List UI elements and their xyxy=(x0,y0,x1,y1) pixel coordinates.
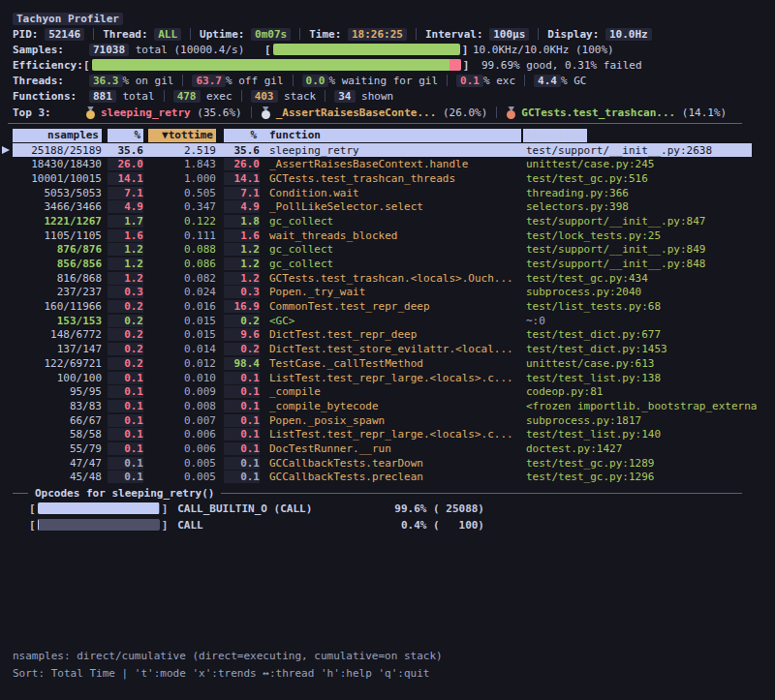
top-function-share: (35.6%) xyxy=(191,107,242,119)
cell-file-line: threading.py:366 xyxy=(523,187,752,199)
cell-direct-pct: 1.2 xyxy=(108,243,143,256)
cell-nsamples: 5053/5053 xyxy=(13,187,102,199)
table-row[interactable]: 1105/11051.60.1111.6wait_threads_blocked… xyxy=(13,228,752,243)
cell-file-line: ~:0 xyxy=(523,315,752,327)
cell-file-line: test/test_list.py:140 xyxy=(523,428,752,441)
cell-file-line: test/test_dict.py:677 xyxy=(523,328,752,341)
column-header-function[interactable]: function xyxy=(260,129,521,142)
cell-cumulative-pct: 0.1 xyxy=(224,442,260,455)
table-row[interactable]: 18430/1843026.01.84326.0_AssertRaisesBas… xyxy=(13,157,752,171)
cell-cumulative-pct: 7.1 xyxy=(224,187,260,199)
cell-function-name: Condition.wait xyxy=(260,187,523,199)
cell-direct-pct: 0.1 xyxy=(108,372,143,384)
cell-nsamples: 25188/25189 xyxy=(13,144,102,157)
table-row[interactable]: 148/67720.20.0159.6DictTest.test_repr_de… xyxy=(13,328,752,343)
samples-rate-text: 10.0KHz/10.0KHz (100%) xyxy=(473,44,614,56)
cell-file-line: <frozen importlib._bootstrap_externa xyxy=(523,400,757,412)
time-value: 18:26:25 xyxy=(348,28,407,41)
top-function-name[interactable]: _AssertRaisesBaseConte... xyxy=(276,107,437,119)
cell-cumulative-pct: 0.1 xyxy=(224,471,260,483)
footer-help-line: nsamples: direct/cumulative (direct=exec… xyxy=(13,648,443,663)
table-row[interactable]: 58/580.10.0060.1ListTest.test_repr_large… xyxy=(13,427,752,441)
cell-cumulative-pct: 4.9 xyxy=(224,200,260,213)
cell-nsamples: 100/100 xyxy=(13,372,102,384)
cell-file-line: test/list_tests.py:68 xyxy=(523,300,752,313)
cell-function-name: sleeping_retry xyxy=(260,144,523,157)
table-row[interactable]: 876/8761.20.0881.2gc_collecttest/support… xyxy=(13,243,752,258)
table-row[interactable]: 25188/2518935.62.51935.6sleeping_retryte… xyxy=(13,143,752,158)
top-function-name[interactable]: sleeping_retry xyxy=(101,107,191,119)
table-row[interactable]: 153/1530.20.0150.2<GC>~:0 xyxy=(13,314,752,328)
cell-nsamples: 10001/10015 xyxy=(13,172,102,185)
stat-label: % exc xyxy=(483,75,515,87)
cell-cumulative-pct: 0.1 xyxy=(224,414,260,427)
column-header-pct[interactable]: % xyxy=(108,129,143,142)
cell-direct-pct: 1.2 xyxy=(108,258,143,270)
samples-label: Samples: xyxy=(13,44,89,56)
column-header-file[interactable]: file:line xyxy=(523,129,752,142)
table-row[interactable]: 45/480.10.0050.1GCCallbackTests.preclean… xyxy=(13,471,752,485)
table-row[interactable]: 1221/12671.70.1221.8gc_collecttest/suppo… xyxy=(13,214,752,228)
cell-direct-pct: 0.1 xyxy=(108,414,143,427)
column-header-nsamples[interactable]: nsamples xyxy=(13,129,102,142)
cell-cumulative-pct: 0.2 xyxy=(224,343,260,355)
cell-tottime: 0.015 xyxy=(143,315,216,327)
cell-function-name: _compile xyxy=(260,385,523,398)
table-row[interactable]: 816/8681.20.0821.2GCTests.test_trashcan.… xyxy=(13,271,752,286)
table-row[interactable]: 47/470.10.0050.1GCCallbackTests.tearDown… xyxy=(13,456,752,471)
cell-function-name: Popen._posix_spawn xyxy=(260,414,523,427)
thread-value[interactable]: ALL xyxy=(154,28,181,41)
table-row[interactable]: 3466/34664.90.3474.9_PollLikeSelector.se… xyxy=(13,199,752,214)
table-row[interactable]: 100/1000.10.0100.1ListTest.test_repr_lar… xyxy=(13,371,752,385)
rule-segment xyxy=(221,493,742,494)
samples-bar-fill xyxy=(273,44,460,55)
cell-function-name: DictTest.test_repr_deep xyxy=(260,328,523,341)
table-row[interactable]: 160/119660.20.01616.9CommonTest.test_rep… xyxy=(13,299,752,314)
separator xyxy=(538,28,539,40)
footer-key-hints: Sort: Total Time | 't':mode 'x':trends ↔… xyxy=(13,667,429,680)
cell-direct-pct: 0.1 xyxy=(108,442,143,455)
stat-value: 0.0 xyxy=(302,75,329,87)
cell-function-name: <GC> xyxy=(260,315,523,327)
table-row[interactable]: 137/1470.20.0140.2DictTest.test_store_ev… xyxy=(13,342,752,356)
separator xyxy=(293,75,294,86)
cell-nsamples: 148/6772 xyxy=(13,328,102,341)
table-row[interactable]: 5053/50537.10.5057.1Condition.waitthread… xyxy=(13,186,752,200)
samples-bar-trough xyxy=(273,44,460,55)
table-row[interactable]: 55/790.10.0060.1DocTestRunner.__rundocte… xyxy=(13,441,752,456)
cell-file-line: test/support/__init__.py:2638 xyxy=(523,144,752,157)
column-header-tottime-sorted[interactable]: ▼tottime xyxy=(148,129,216,142)
stat-label: exec xyxy=(201,90,232,103)
table-row[interactable]: 66/670.10.0070.1Popen._posix_spawnsubpro… xyxy=(13,413,752,428)
cell-file-line: test/test_list.py:138 xyxy=(523,372,752,384)
cell-tottime: 0.007 xyxy=(143,414,216,427)
table-row[interactable]: 83/830.10.0080.1_compile_bytecode<frozen… xyxy=(13,399,752,413)
cell-file-line: test/support/__init__.py:849 xyxy=(523,243,752,256)
separator xyxy=(182,75,183,86)
cell-tottime: 0.015 xyxy=(143,328,216,341)
cell-function-name: Popen._try_wait xyxy=(260,286,523,298)
table-row[interactable]: 237/2370.30.0240.3Popen._try_waitsubproc… xyxy=(13,286,752,300)
table-row[interactable]: 856/8561.20.0861.2gc_collecttest/support… xyxy=(13,257,752,271)
cell-nsamples: 856/856 xyxy=(13,258,102,270)
cell-tottime: 0.016 xyxy=(143,300,216,313)
bracket-open: [ xyxy=(264,44,271,56)
separator xyxy=(416,28,417,40)
cell-nsamples: 55/79 xyxy=(13,442,102,455)
table-row[interactable]: 10001/1001514.11.00014.1GCTests.test_tra… xyxy=(13,171,752,186)
cell-direct-pct: 4.9 xyxy=(108,200,143,213)
cell-file-line: test/test_gc.py:1296 xyxy=(523,471,752,483)
cell-cumulative-pct: 0.1 xyxy=(224,385,260,398)
stat-value: 403 xyxy=(251,90,278,103)
cell-cumulative-pct: 14.1 xyxy=(224,172,260,185)
cell-direct-pct: 7.1 xyxy=(108,187,143,199)
column-header-cum-pct[interactable]: % xyxy=(224,129,260,142)
cell-function-name: _PollLikeSelector.select xyxy=(260,200,523,213)
top-function-name[interactable]: GCTests.test_trashcan... xyxy=(521,107,675,119)
table-row[interactable]: 122/697210.20.01298.4TestCase._callTestM… xyxy=(13,356,752,371)
cell-cumulative-pct: 0.1 xyxy=(224,428,260,441)
table-row[interactable]: 95/950.10.0090.1_compilecodeop.py:81 xyxy=(13,384,752,399)
stat-label: shown xyxy=(356,90,394,103)
cell-file-line: test/test_dict.py:1453 xyxy=(523,343,752,355)
cell-nsamples: 153/153 xyxy=(13,315,102,327)
